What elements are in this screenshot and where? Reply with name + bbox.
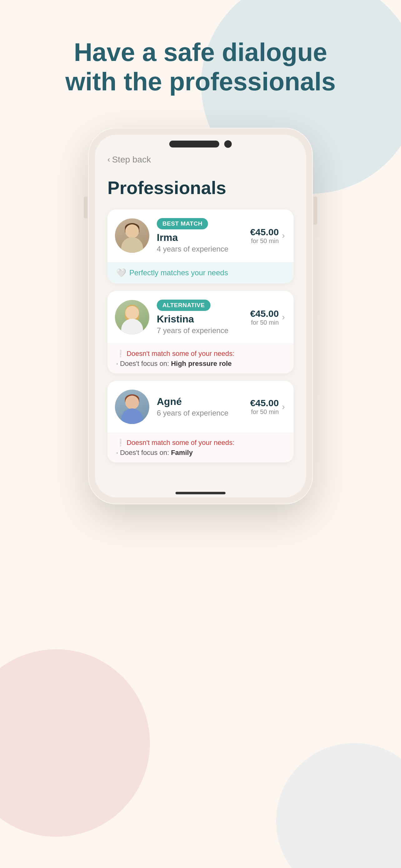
chevron-right-icon: › xyxy=(282,230,285,241)
professional-card-agne[interactable]: Agné 6 years of experience €45.00 for 50… xyxy=(107,381,294,462)
pro-name-irma: Irma xyxy=(157,232,250,243)
pro-exp-kristina: 7 years of experience xyxy=(157,326,250,335)
professional-card-kristina[interactable]: ALTERNATIVE Kristina 7 years of experien… xyxy=(107,291,294,373)
pro-price-agne: €45.00 for 50 min › xyxy=(250,398,285,415)
warning-icon: ❕ xyxy=(116,439,125,446)
avatar-body xyxy=(121,319,143,334)
pro-price-kristina: €45.00 for 50 min › xyxy=(250,308,285,326)
avatar-irma xyxy=(115,218,149,253)
phone-notch xyxy=(95,135,306,152)
price-duration-kristina: for 50 min xyxy=(250,319,279,326)
avatar-agne xyxy=(115,390,149,424)
price-duration-irma: for 50 min xyxy=(250,238,279,245)
mismatch-footer-kristina: ❕ Doesn't match some of your needs: · Do… xyxy=(107,344,294,373)
chevron-right-icon: › xyxy=(282,402,285,412)
pro-name-agne: Agné xyxy=(157,396,250,407)
mismatch-detail-kristina: · Does't focus on: High pressure role xyxy=(116,360,285,368)
notch-pill xyxy=(169,141,219,148)
avatar-kristina xyxy=(115,300,149,334)
avatar-body xyxy=(121,408,143,424)
mismatch-footer-agne: ❕ Doesn't match some of your needs: · Do… xyxy=(107,433,294,462)
pro-exp-agne: 6 years of experience xyxy=(157,409,250,417)
bg-circle-bottom xyxy=(0,649,150,837)
screen-title: Professionals xyxy=(107,177,294,198)
mismatch-warning-agne: ❕ Doesn't match some of your needs: xyxy=(116,439,285,447)
price-amount-kristina: €45.00 xyxy=(250,308,279,319)
best-match-footer: 🤍 Perfectly matches your needs xyxy=(107,262,294,283)
avatar-head xyxy=(125,306,139,320)
price-amount-irma: €45.00 xyxy=(250,227,279,238)
pro-name-kristina: Kristina xyxy=(157,313,250,325)
step-back-nav[interactable]: ‹ Step back xyxy=(107,155,294,165)
price-duration-agne: for 50 min xyxy=(250,408,279,415)
match-footer-text: Perfectly matches your needs xyxy=(129,269,228,277)
phone-mockup: ‹ Step back Professionals xyxy=(88,128,313,504)
step-back-label: Step back xyxy=(112,155,151,165)
back-chevron-icon: ‹ xyxy=(107,155,110,164)
pro-info-agne: Agné 6 years of experience xyxy=(157,396,250,417)
warning-icon: ❕ xyxy=(116,350,125,358)
pro-price-irma: €45.00 for 50 min › xyxy=(250,227,285,245)
pro-exp-irma: 4 years of experience xyxy=(157,245,250,253)
best-match-badge: BEST MATCH xyxy=(157,218,208,229)
alternative-badge: ALTERNATIVE xyxy=(157,300,210,311)
page-headline: Have a safe dialogue with the profession… xyxy=(44,37,357,97)
avatar-body xyxy=(121,237,143,253)
bg-circle-bottom-right xyxy=(276,743,401,868)
professional-card-irma[interactable]: BEST MATCH Irma 4 years of experience €4… xyxy=(107,209,294,283)
mismatch-detail-agne: · Does't focus on: Family xyxy=(116,449,285,457)
mismatch-warning-kristina: ❕ Doesn't match some of your needs: xyxy=(116,350,285,358)
chevron-right-icon: › xyxy=(282,312,285,322)
pro-info-irma: BEST MATCH Irma 4 years of experience xyxy=(157,218,250,253)
avatar-head xyxy=(125,224,139,238)
avatar-head xyxy=(125,396,139,409)
pro-info-kristina: ALTERNATIVE Kristina 7 years of experien… xyxy=(157,300,250,335)
heart-icon: 🤍 xyxy=(116,268,126,278)
home-indicator xyxy=(175,492,226,494)
price-amount-agne: €45.00 xyxy=(250,398,279,408)
notch-camera xyxy=(224,140,232,148)
